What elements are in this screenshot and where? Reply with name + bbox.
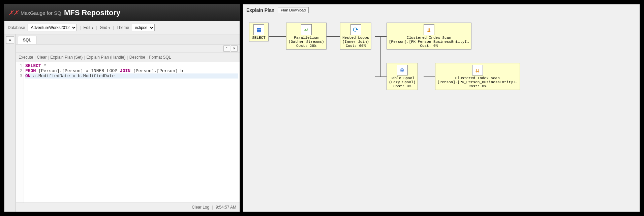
tab-sql[interactable]: SQL (18, 36, 36, 44)
app-name: MaxGauge for SQ (21, 10, 61, 16)
panel-toolbar: ⌃ ✕ (16, 44, 240, 53)
connector (327, 36, 340, 37)
format-sql-button[interactable]: Format SQL (149, 55, 171, 60)
theme-label: Theme (117, 25, 129, 30)
table-icon: ▦ (253, 24, 264, 35)
gather-streams-icon: ↩ (301, 24, 312, 35)
editor-code[interactable]: SELECT * FROM [Person].[Person] a INNER … (24, 62, 240, 203)
chevron-down-icon: ▾ (92, 26, 93, 30)
plan-node-parallelism[interactable]: ↩ Parallelism (Gather Streams) Cost: 26% (286, 23, 327, 50)
app-logo-icon: ✗✗ (8, 9, 19, 17)
explain-plan-pane: Explain Plan Plan Download ▦ SELECT ↩ Pa… (243, 4, 640, 212)
sql-editor[interactable]: 1 2 3 SELECT * FROM [Person].[Person] a … (16, 62, 240, 203)
index-scan-icon: ⇊ (424, 24, 434, 35)
explain-title: Explain Plan (246, 7, 274, 13)
chevron-down-icon: ▾ (109, 26, 110, 30)
plan-node-select[interactable]: ▦ SELECT (249, 23, 269, 41)
database-label: Database (8, 25, 25, 30)
sidebar-strip: » (4, 34, 16, 212)
editor-gutter: 1 2 3 (16, 62, 24, 203)
grid-menu[interactable]: Grid ▾ (100, 25, 110, 30)
clear-log-button[interactable]: Clear Log (192, 205, 209, 210)
toolbar: Database AdventureWorks2012 | Edit ▾ | G… (4, 21, 240, 34)
plan-node-table-spool[interactable]: ❄ Table Spool (Lazy Spool) Cost: 0% (387, 63, 418, 90)
plan-node-nested-loops[interactable]: ⟳ Nested Loops (Inner Join) Cost: 60% (340, 23, 371, 50)
tab-strip: SQL (16, 34, 240, 44)
collapse-button[interactable]: ⌃ (223, 45, 230, 52)
time-label: 9:54:57 AM (216, 205, 236, 210)
explain-set-button[interactable]: Explain Plan (Set) (50, 55, 83, 60)
plan-node-cix-scan-2[interactable]: ⇊ Clustered Index Scan [Person].[PK_Pers… (435, 63, 520, 90)
spool-icon: ❄ (397, 65, 408, 75)
edit-menu[interactable]: Edit ▾ (84, 25, 93, 30)
describe-button[interactable]: Describe (129, 55, 145, 60)
execute-button[interactable]: Execute (19, 55, 33, 60)
plan-download-button[interactable]: Plan Download (278, 7, 309, 13)
plan-canvas[interactable]: ▦ SELECT ↩ Parallelism (Gather Streams) … (246, 16, 636, 209)
index-scan-icon: ⇊ (472, 65, 483, 75)
explain-handle-button[interactable]: Explain Plan (Handle) (86, 55, 125, 60)
expand-sidebar-button[interactable]: » (6, 36, 14, 44)
clear-button[interactable]: Clear (37, 55, 47, 60)
connector (269, 36, 286, 37)
page-title: MFS Repository (64, 8, 120, 17)
window-titlebar: ✗✗ MaxGauge for SQ MFS Repository (4, 4, 240, 21)
action-bar: Execute| Clear| Explain Plan (Set)| Expl… (16, 53, 240, 62)
database-select[interactable]: AdventureWorks2012 (28, 24, 77, 31)
theme-select[interactable]: eclipse (132, 24, 155, 31)
connector (424, 76, 435, 77)
close-button[interactable]: ✕ (231, 45, 238, 52)
explain-header: Explain Plan Plan Download (246, 7, 636, 13)
sql-editor-window: ✗✗ MaxGauge for SQ MFS Repository Databa… (4, 4, 240, 212)
loop-icon: ⟳ (350, 24, 361, 35)
plan-node-cix-scan-1[interactable]: ⇊ Clustered Index Scan [Person].[PK_Pers… (387, 23, 471, 50)
connector (380, 36, 381, 77)
status-bar: Clear Log | 9:54:57 AM (16, 203, 240, 212)
